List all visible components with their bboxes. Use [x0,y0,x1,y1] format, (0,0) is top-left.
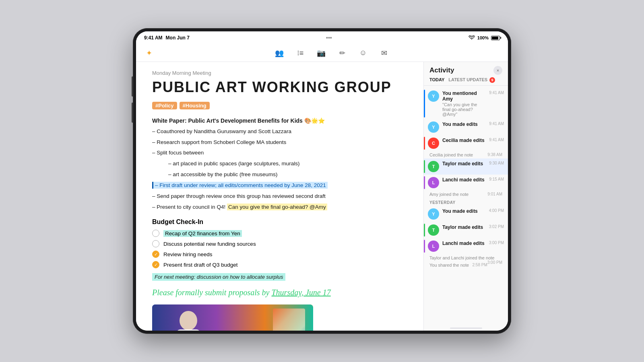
side-button-mid [132,103,133,123]
activity-info-5: Lanchi made edits [442,177,486,183]
magic-cursor-icon[interactable]: ✦ [142,47,155,60]
activity-name-1: You mentioned Amy [442,90,486,102]
checkbox-2[interactable] [152,240,159,247]
activity-time-1: 9:41 AM [489,90,504,95]
activity-name-6: You made edits [442,208,486,214]
note-image [152,304,313,331]
avatar-lanchi-1: L [428,177,439,188]
activity-item-you-yesterday[interactable]: Y You made edits 4:00 PM [424,206,508,222]
main-area: Monday Morning Meeting PUBLIC ART WORKIN… [136,62,508,331]
activity-info-1: You mentioned Amy "Can you give the fina… [442,90,486,117]
checklist-item-3: ✓ Review hiring needs [152,251,407,258]
accent-green-2 [424,224,425,237]
activity-title: Activity [429,66,454,74]
emoji-icon[interactable]: ☺ [357,47,369,60]
note-subtitle: Monday Morning Meeting [152,70,407,76]
send-review-line: – Send paper through review once this gr… [152,192,407,201]
accent-red [424,137,425,150]
accent-purple-2 [424,240,425,253]
activity-item-mentioned[interactable]: Y You mentioned Amy "Can you give the fi… [424,88,508,119]
battery-icon [491,36,500,40]
activity-item-lanchi-yesterday[interactable]: L Lanchi made edits 3:00 PM [424,238,508,254]
person-silhouette [164,309,213,331]
activity-time-6: 4:00 PM [489,208,504,213]
highlight-blue-line: – First draft under review; all edits/co… [152,181,407,190]
activity-name-3: Cecilia made edits [442,138,486,143]
tag-pills: #Policy #Housing [152,102,407,109]
avatar-you-3: Y [428,208,439,220]
activity-desc-1: "Can you give the final go-ahead? @Amy" [442,102,486,117]
battery-percent: 100% [477,35,489,40]
note-title: PUBLIC ART WORKING GROUP [152,79,407,95]
activity-name-5: Lanchi made edits [442,177,486,183]
checklist-label-3: Review hiring needs [163,251,213,257]
activity-tabs: TODAY LATEST UPDATES 9 [424,77,508,86]
white-paper-header: White Paper: Public Art's Development Be… [152,117,407,124]
avatar-taylor-1: T [428,161,439,172]
status-left: 9:41 AM Mon Jun 7 [144,35,190,41]
activity-time-3: 9:41 AM [489,138,504,142]
scrollbar-indicator [450,327,482,329]
checkbox-4[interactable]: ✓ [152,261,159,268]
tab-latest[interactable]: LATEST UPDATES 9 [448,77,495,83]
activity-name-7: Taylor made edits [442,224,486,230]
tag-policy: #Policy [152,102,177,109]
checkbox-1[interactable] [152,230,159,237]
present-line: – Present to city council in Q4! Can you… [152,203,407,212]
close-button[interactable]: × [493,66,502,75]
tab-today[interactable]: TODAY [429,77,444,83]
activity-item-you-edits[interactable]: Y You made edits 9:41 AM [424,119,508,135]
checklist-label-2: Discuss potential new funding sources [163,241,256,247]
share-icon[interactable]: ✉ [378,47,390,60]
highlight-orange-span: Can you give the final go-ahead? @Amy [227,204,327,210]
activity-time-8: 3:00 PM [489,241,504,245]
activity-time-4: 9:30 AM [489,161,504,165]
art-public-line: – art placed in public spaces (large scu… [152,159,407,169]
list-icon[interactable]: ⁝≡ [294,47,307,60]
checklist-item-2: Discuss potential new funding sources [152,240,407,247]
battery-cap [500,37,501,39]
accent-blue [424,90,425,117]
activity-info-3: Cecilia made edits [442,138,486,143]
shared-time: 2:58 PM [473,263,487,267]
activity-name-8: Lanchi made edits [442,241,486,246]
people-icon[interactable]: 👥 [273,47,286,60]
activity-item-cecilia[interactable]: C Cecilia made edits 9:41 AM [424,135,508,151]
activity-info-8: Lanchi made edits [442,241,486,246]
activity-join-amy: Amy joined the note 9:01 AM [424,191,508,198]
activity-info-6: You made edits [442,208,486,214]
checklist-item-1: Recap of Q2 finances from Yen [152,230,407,237]
split-focus-line: – Split focus between [152,148,407,158]
avatar-cecilia: C [428,138,439,149]
activity-item-lanchi-today[interactable]: L Lanchi made edits 9:15 AM [424,175,508,191]
activity-time-2: 9:41 AM [489,121,504,126]
latest-badge: 9 [489,77,495,83]
join-time-taylor-lanchi: 3:00 PM [487,260,502,265]
activity-item-taylor-today[interactable]: T Taylor made edits 9:30 AM [424,158,508,175]
status-time: 9:41 AM [144,35,163,41]
camera-icon[interactable]: 📷 [315,47,328,60]
activity-info-4: Taylor made edits [442,161,486,167]
coauthor-line: – Coauthored by Nanditha Guruswamy and S… [152,127,407,136]
device-screen: 9:41 AM Mon Jun 7 ••• 100% [136,31,508,331]
avatar-you-2: Y [428,121,439,133]
activity-name-2: You made edits [442,121,486,127]
checkbox-3[interactable]: ✓ [152,251,159,258]
activity-time-5: 9:15 AM [489,177,504,181]
battery-fill [492,37,498,39]
note-content[interactable]: Monday Morning Meeting PUBLIC ART WORKIN… [136,62,423,331]
markup-icon[interactable]: ✏ [336,47,349,60]
activity-name-4: Taylor made edits [442,161,486,167]
status-dots: ••• [326,35,332,41]
submit-text: Please formally submit proposals by Thur… [152,288,407,297]
side-button-top [132,76,133,97]
avatar-you-1: Y [428,90,439,102]
activity-time-7: 3:02 PM [489,224,504,229]
status-right: 100% [469,35,500,40]
activity-panel: Activity × TODAY LATEST UPDATES 9 Y You … [423,62,508,331]
tag-housing: #Housing [180,102,210,109]
next-meeting-note: For next meeting: discussion on how to a… [152,273,285,281]
activity-item-taylor-yesterday[interactable]: T Taylor made edits 3:02 PM [424,222,508,238]
join-text-cecilia: Cecilia joined the note [429,152,473,157]
art-accessible-line: – art accessible by the public (free mus… [152,170,407,179]
